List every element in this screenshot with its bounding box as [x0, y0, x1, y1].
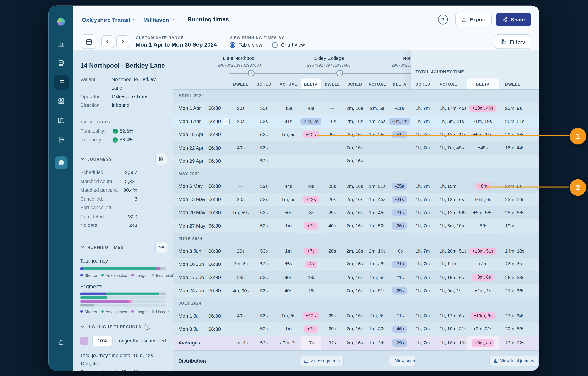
callout-1-number: 1: [576, 132, 580, 140]
view-by-label: VIEW RUNNING TIMES BY: [230, 35, 305, 40]
time-value: 06:30: [209, 288, 221, 293]
time-cell: 06:30: [209, 322, 230, 336]
lock-icon[interactable]: [58, 339, 64, 347]
legend-dot-icon: [152, 310, 155, 313]
column-header: DELTA: [467, 78, 499, 89]
table-row[interactable]: Mon 15 Apr06:30---53s1m, 5s+12s20s2m, 16…: [173, 128, 539, 141]
table-row[interactable]: Mon 8 Jul06:30---53s1m+7s20s2m, 16s1m, 3…: [173, 322, 539, 336]
table-cell: 26m, 38s: [499, 271, 539, 284]
journeys-grid-button[interactable]: [155, 153, 167, 165]
table-row[interactable]: Mon 20 May06:301m, 59s53s50s-3s25s2m, 16…: [173, 206, 539, 219]
segments-link-button[interactable]: [155, 241, 167, 253]
kpi-heading: KPI RESULTS: [80, 119, 168, 124]
time-cell: 06:30: [209, 193, 230, 206]
table-row[interactable]: Mon 22 Apr06:3040s53s---------2m, 16s---…: [173, 141, 539, 154]
table-cell: 53s: [252, 284, 276, 297]
column-header: DWELL: [499, 78, 539, 89]
table-row[interactable]: Mon 24 Jun06:304m, 30s53s40s-13s---2m, 1…: [173, 284, 539, 297]
route-title: 14 Northpool - Berkley Lane: [80, 62, 168, 69]
table-row[interactable]: Mon 13 May06:3020s53s1m, 5s+12s20s2m, 16…: [173, 193, 539, 206]
radio-table-view[interactable]: Table view: [230, 42, 262, 48]
radio-on-icon: [230, 42, 235, 48]
help-icon[interactable]: ?: [438, 14, 448, 24]
table-cell: 1h, 11m: [435, 258, 467, 271]
table-cell: 40s: [230, 141, 252, 154]
table-cell: 53s: [252, 258, 276, 271]
time-value: 06:30: [209, 145, 221, 151]
table-cell: 1h, 7m: [411, 309, 435, 322]
prev-period-button[interactable]: [101, 35, 114, 48]
view-segments-button-2[interactable]: View segments: [389, 355, 416, 366]
threshold-heading: HIGHLIGHT THRESHOLD: [87, 324, 142, 329]
table-cell: 20s: [230, 115, 252, 128]
time-cell: 06:30⇄: [209, 115, 230, 128]
table-cell: 24m, 18s: [499, 244, 539, 258]
table-cell: 20m, 51s: [499, 115, 539, 128]
table-cell: -31s: [388, 206, 411, 219]
table-cell: -9s: [301, 180, 321, 193]
table-cell: +7s: [301, 244, 321, 258]
calendar-button[interactable]: [82, 34, 96, 49]
sidebar-item-apps[interactable]: [53, 94, 69, 109]
threshold-swatch: [80, 337, 88, 345]
table-row[interactable]: Mon 10 Jun06:302m, 6s53s45s-8s---2m, 16s…: [173, 258, 539, 271]
table-row[interactable]: Mon 29 Apr06:30---53s---------2m, 16s---…: [173, 155, 539, 168]
breadcrumb-operator[interactable]: Oxleyshire Transit: [82, 16, 136, 23]
table-cell: 1m, 30s: [366, 322, 388, 336]
page-title: Running times: [187, 16, 229, 23]
table-cell: ---: [230, 219, 252, 232]
table-cell: 1h, 7m: [411, 141, 435, 154]
table-cell: 44s: [276, 180, 301, 193]
segment-link-icon: [158, 244, 164, 250]
table-row[interactable]: Mon 3 Jun06:3020s53s1m+7s20s2m, 16s2m, 1…: [173, 244, 539, 258]
table-cell: ---: [321, 284, 344, 297]
delta-pill: +7s: [304, 325, 318, 333]
table-row[interactable]: Mon 27 May06:30---53s1m+7s40s2m, 16s1m, …: [173, 219, 539, 232]
sidebar-item-timetables[interactable]: [53, 75, 69, 90]
column-header: ACTUAL: [276, 78, 301, 89]
table-row[interactable]: Mon 8 Apr06:30⇄20s53s41s-1m, 2s16s2m, 16…: [173, 115, 539, 128]
journeys-section-header[interactable]: JOURNEYS: [80, 153, 168, 165]
sidebar-item-vehicles[interactable]: [53, 56, 69, 71]
table-cell: 21m, 36s: [499, 284, 539, 297]
journey-badge-icon[interactable]: ⇄: [222, 118, 230, 125]
threshold-row-longer: 10%Longer than scheduled: [80, 336, 168, 346]
time-cell: 06:30: [209, 102, 230, 115]
sidebar-item-analytics[interactable]: [53, 36, 69, 51]
table-cell: 23m, 9s: [499, 102, 539, 115]
sidebar-item-sign-out[interactable]: [53, 132, 69, 147]
table-row[interactable]: Mon 1 Jul06:3040s53s1m, 5s+12s25s2m, 16s…: [173, 309, 539, 322]
table-row[interactable]: Mon 1 Apr06:3020s53s45s-8s---2m, 16s2m, …: [173, 102, 539, 115]
table-cell: -29s: [388, 336, 411, 350]
running-times-section-header[interactable]: RUNNING TIMES: [80, 241, 168, 253]
stops-band: Little Northpool 2967392739701937680 Oxl…: [173, 50, 411, 78]
export-label: Export: [470, 17, 486, 22]
share-button[interactable]: Share: [496, 13, 531, 26]
table-cell: 1m: [276, 219, 301, 232]
export-button[interactable]: Export: [455, 13, 492, 26]
table-cell: 1m, 45s: [366, 115, 388, 128]
month-label: JULY 2024: [173, 301, 202, 305]
delta-pill: -29s: [392, 339, 407, 346]
threshold-input[interactable]: 10%: [92, 336, 113, 346]
table-cell: 1h, 17m, 46s: [435, 102, 467, 115]
table-row[interactable]: Mon 17 Jun06:3023s53s40s-13s---2m, 16s2m…: [173, 271, 539, 284]
next-period-button[interactable]: [116, 35, 129, 48]
view-total-journey-button[interactable]: View total journey: [489, 355, 538, 366]
threshold-label: Longer than scheduled: [116, 338, 166, 344]
breadcrumb-region[interactable]: Millhaven: [143, 16, 175, 23]
info-icon[interactable]: i: [144, 323, 150, 330]
threshold-section-header[interactable]: HIGHLIGHT THRESHOLD i: [80, 323, 168, 330]
delta-pill: -31s: [392, 209, 407, 216]
journey-stat: Matched count:2,321: [80, 177, 137, 186]
table-cell: 2m, 16s: [344, 244, 366, 258]
radio-chart-view[interactable]: Chart view: [272, 42, 305, 48]
stat-label: Matched percent:: [80, 186, 118, 194]
view-segments-button[interactable]: View segments: [300, 355, 344, 366]
sidebar-item-map[interactable]: [53, 113, 69, 128]
app-tile-icon[interactable]: [55, 156, 67, 169]
filters-button[interactable]: Filters: [495, 34, 531, 49]
column-header-date: [173, 78, 209, 89]
table-row[interactable]: Mon 6 May06:30---53s44s-9s25s2m, 16s1m, …: [173, 180, 539, 193]
table-cell: -1m, 2s: [388, 115, 411, 128]
